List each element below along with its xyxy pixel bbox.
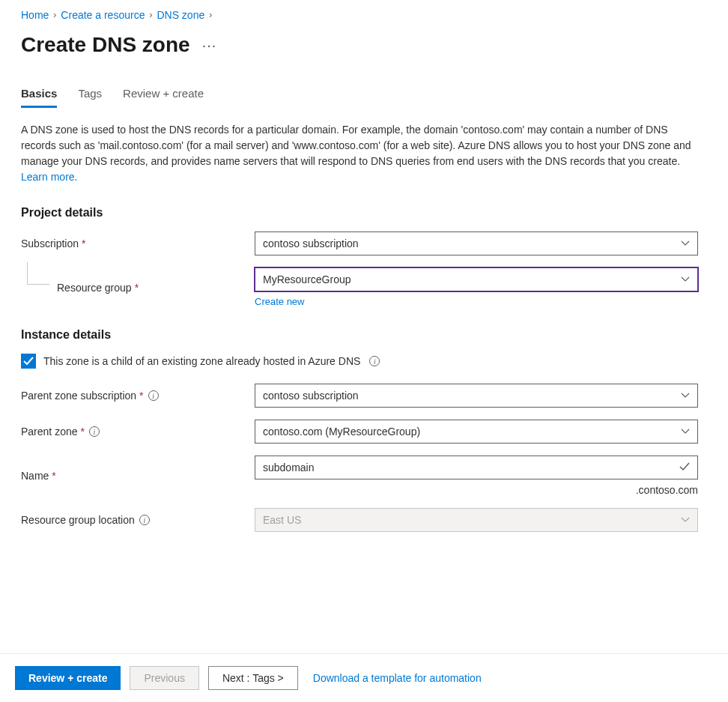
parent-zone-select[interactable]: contoso.com (MyResourceGroup) — [255, 420, 698, 444]
learn-more-link[interactable]: Learn more. — [21, 171, 77, 183]
required-indicator: * — [135, 282, 139, 294]
tree-connector-icon — [27, 262, 49, 285]
info-icon[interactable]: i — [89, 426, 100, 437]
chevron-down-icon — [681, 240, 690, 246]
chevron-down-icon — [681, 517, 690, 523]
required-indicator: * — [82, 237, 85, 249]
subscription-label: Subscription * — [21, 237, 255, 249]
chevron-right-icon: › — [149, 10, 152, 20]
description-text: A DNS zone is used to host the DNS recor… — [21, 122, 703, 185]
chevron-down-icon — [681, 276, 690, 282]
tab-review-create[interactable]: Review + create — [123, 87, 204, 108]
chevron-right-icon: › — [53, 10, 56, 20]
footer: Review + create Previous Next : Tags > D… — [0, 653, 728, 702]
child-zone-checkbox[interactable] — [21, 354, 36, 369]
project-details-heading: Project details — [21, 206, 707, 220]
name-input[interactable]: subdomain — [255, 456, 698, 479]
parent-zone-label: Parent zone * i — [21, 426, 255, 438]
instance-details-heading: Instance details — [21, 328, 707, 342]
resource-group-select[interactable]: MyResourceGroup — [255, 267, 698, 291]
breadcrumb-dns-zone[interactable]: DNS zone — [157, 9, 204, 21]
more-options-icon[interactable]: ··· — [202, 37, 217, 54]
create-new-link[interactable]: Create new — [255, 296, 304, 307]
previous-button: Previous — [130, 666, 198, 690]
review-create-button[interactable]: Review + create — [15, 666, 121, 690]
subscription-select[interactable]: contoso subscription — [255, 232, 698, 255]
breadcrumb-home[interactable]: Home — [21, 9, 49, 21]
tab-tags[interactable]: Tags — [78, 87, 102, 108]
checkmark-icon — [679, 462, 690, 473]
chevron-down-icon — [681, 429, 690, 435]
location-select: East US — [255, 508, 698, 532]
location-label: Resource group location i — [21, 514, 255, 526]
chevron-down-icon — [681, 393, 690, 399]
name-suffix: .contoso.com — [255, 484, 698, 496]
required-indicator: * — [139, 390, 143, 402]
info-icon[interactable]: i — [148, 390, 159, 401]
child-zone-label: This zone is a child of an existing zone… — [43, 355, 360, 367]
parent-subscription-label: Parent zone subscription * i — [21, 390, 255, 402]
required-indicator: * — [52, 470, 55, 482]
info-icon[interactable]: i — [139, 515, 150, 525]
name-label: Name * — [21, 470, 255, 482]
next-button[interactable]: Next : Tags > — [208, 666, 298, 690]
page-title: Create DNS zone — [21, 33, 190, 57]
chevron-right-icon: › — [209, 10, 212, 20]
required-indicator: * — [81, 426, 85, 438]
parent-subscription-select[interactable]: contoso subscription — [255, 384, 698, 408]
info-icon[interactable]: i — [369, 356, 380, 366]
tabs: Basics Tags Review + create — [21, 87, 707, 109]
tab-basics[interactable]: Basics — [21, 87, 57, 108]
download-template-link[interactable]: Download a template for automation — [313, 672, 482, 684]
resource-group-label: Resource group * — [21, 282, 255, 294]
breadcrumb-create-resource[interactable]: Create a resource — [61, 9, 145, 21]
breadcrumb: Home › Create a resource › DNS zone › — [21, 9, 707, 21]
